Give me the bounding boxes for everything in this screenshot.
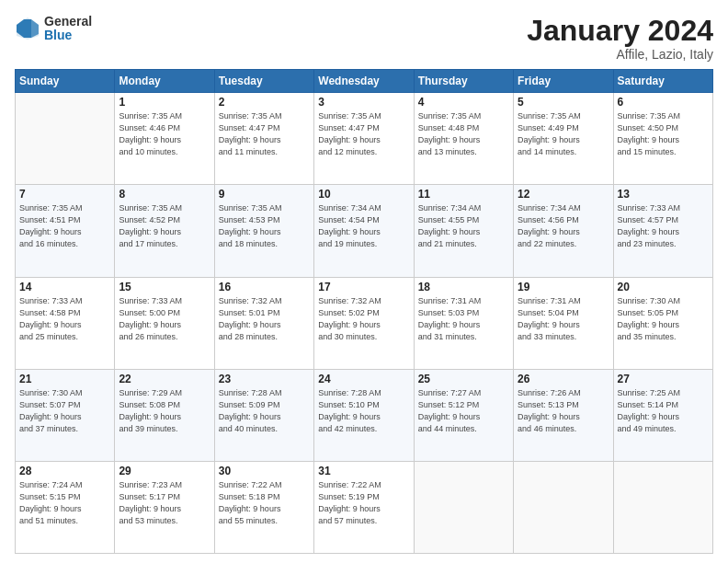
day-info: Sunrise: 7:33 AM Sunset: 5:00 PM Dayligh… [119,295,210,343]
calendar-cell: 28Sunrise: 7:24 AM Sunset: 5:15 PM Dayli… [16,461,115,553]
calendar-cell: 14Sunrise: 7:33 AM Sunset: 4:58 PM Dayli… [16,277,115,369]
logo-blue: Blue [44,29,92,42]
calendar-cell: 22Sunrise: 7:29 AM Sunset: 5:08 PM Dayli… [115,369,214,461]
day-info: Sunrise: 7:31 AM Sunset: 5:03 PM Dayligh… [418,295,509,343]
calendar-cell: 19Sunrise: 7:31 AM Sunset: 5:04 PM Dayli… [514,277,613,369]
calendar-cell: 16Sunrise: 7:32 AM Sunset: 5:01 PM Dayli… [214,277,313,369]
day-number: 1 [119,96,210,109]
day-number: 30 [219,465,310,477]
logo-general: General [44,15,92,29]
day-info: Sunrise: 7:23 AM Sunset: 5:17 PM Dayligh… [119,479,210,527]
day-info: Sunrise: 7:35 AM Sunset: 4:51 PM Dayligh… [19,202,110,250]
day-info: Sunrise: 7:35 AM Sunset: 4:49 PM Dayligh… [518,110,609,158]
day-info: Sunrise: 7:35 AM Sunset: 4:48 PM Dayligh… [418,110,509,158]
calendar-header-monday: Monday [115,70,214,93]
calendar-cell: 20Sunrise: 7:30 AM Sunset: 5:05 PM Dayli… [613,277,712,369]
calendar-week-row: 1Sunrise: 7:35 AM Sunset: 4:46 PM Daylig… [16,93,713,185]
day-number: 13 [618,188,709,201]
day-number: 17 [318,281,409,293]
calendar-cell: 27Sunrise: 7:25 AM Sunset: 5:14 PM Dayli… [613,369,712,461]
day-number: 9 [219,188,310,201]
calendar-cell: 2Sunrise: 7:35 AM Sunset: 4:47 PM Daylig… [214,93,313,185]
day-number: 14 [19,281,110,293]
day-info: Sunrise: 7:35 AM Sunset: 4:46 PM Dayligh… [119,110,210,158]
title-block: January 2024 Affile, Lazio, Italy [527,15,713,62]
day-info: Sunrise: 7:28 AM Sunset: 5:09 PM Dayligh… [219,387,310,435]
day-number: 10 [318,188,409,201]
title-month: January 2024 [527,15,713,47]
day-info: Sunrise: 7:34 AM Sunset: 4:55 PM Dayligh… [418,202,509,250]
day-number: 18 [418,281,509,293]
calendar-cell: 12Sunrise: 7:34 AM Sunset: 4:56 PM Dayli… [514,185,613,277]
title-location: Affile, Lazio, Italy [527,47,713,62]
day-number: 16 [219,281,310,293]
day-info: Sunrise: 7:30 AM Sunset: 5:05 PM Dayligh… [618,295,709,343]
day-info: Sunrise: 7:22 AM Sunset: 5:18 PM Dayligh… [219,479,310,527]
day-info: Sunrise: 7:29 AM Sunset: 5:08 PM Dayligh… [119,387,210,435]
day-number: 21 [19,373,110,385]
calendar-cell: 11Sunrise: 7:34 AM Sunset: 4:55 PM Dayli… [414,185,513,277]
calendar-week-row: 21Sunrise: 7:30 AM Sunset: 5:07 PM Dayli… [16,369,713,461]
logo-icon [15,16,40,41]
day-number: 11 [418,188,509,201]
day-number: 20 [618,281,709,293]
calendar-cell: 1Sunrise: 7:35 AM Sunset: 4:46 PM Daylig… [115,93,214,185]
day-number: 22 [119,373,210,385]
calendar-cell: 6Sunrise: 7:35 AM Sunset: 4:50 PM Daylig… [613,93,712,185]
day-number: 15 [119,281,210,293]
calendar-cell: 4Sunrise: 7:35 AM Sunset: 4:48 PM Daylig… [414,93,513,185]
calendar-cell: 5Sunrise: 7:35 AM Sunset: 4:49 PM Daylig… [514,93,613,185]
day-info: Sunrise: 7:33 AM Sunset: 4:58 PM Dayligh… [19,295,110,343]
day-info: Sunrise: 7:25 AM Sunset: 5:14 PM Dayligh… [618,387,709,435]
calendar-header-sunday: Sunday [16,70,115,93]
calendar-week-row: 7Sunrise: 7:35 AM Sunset: 4:51 PM Daylig… [16,185,713,277]
day-info: Sunrise: 7:31 AM Sunset: 5:04 PM Dayligh… [518,295,609,343]
day-number: 28 [19,465,110,477]
calendar-cell: 30Sunrise: 7:22 AM Sunset: 5:18 PM Dayli… [214,461,313,553]
calendar-cell: 24Sunrise: 7:28 AM Sunset: 5:10 PM Dayli… [314,369,414,461]
calendar-cell: 9Sunrise: 7:35 AM Sunset: 4:53 PM Daylig… [214,185,313,277]
day-info: Sunrise: 7:32 AM Sunset: 5:01 PM Dayligh… [219,295,310,343]
day-number: 2 [219,96,310,109]
calendar-cell [514,461,613,553]
day-number: 6 [618,96,709,109]
calendar-cell: 17Sunrise: 7:32 AM Sunset: 5:02 PM Dayli… [314,277,414,369]
day-info: Sunrise: 7:34 AM Sunset: 4:56 PM Dayligh… [518,202,609,250]
calendar-week-row: 14Sunrise: 7:33 AM Sunset: 4:58 PM Dayli… [16,277,713,369]
calendar-header-thursday: Thursday [414,70,513,93]
day-info: Sunrise: 7:28 AM Sunset: 5:10 PM Dayligh… [318,387,409,435]
calendar-week-row: 28Sunrise: 7:24 AM Sunset: 5:15 PM Dayli… [16,461,713,553]
day-number: 24 [318,373,409,385]
day-number: 7 [19,188,110,201]
calendar-cell: 21Sunrise: 7:30 AM Sunset: 5:07 PM Dayli… [16,369,115,461]
calendar-header-friday: Friday [514,70,613,93]
day-info: Sunrise: 7:35 AM Sunset: 4:47 PM Dayligh… [219,110,310,158]
calendar-cell: 23Sunrise: 7:28 AM Sunset: 5:09 PM Dayli… [214,369,313,461]
calendar-cell: 8Sunrise: 7:35 AM Sunset: 4:52 PM Daylig… [115,185,214,277]
day-info: Sunrise: 7:34 AM Sunset: 4:54 PM Dayligh… [318,202,409,250]
day-number: 8 [119,188,210,201]
day-info: Sunrise: 7:35 AM Sunset: 4:50 PM Dayligh… [618,110,709,158]
logo: General Blue [15,15,92,43]
day-info: Sunrise: 7:27 AM Sunset: 5:12 PM Dayligh… [418,387,509,435]
page: General Blue January 2024 Affile, Lazio,… [0,0,728,563]
logo-text: General Blue [44,15,92,43]
calendar-header-tuesday: Tuesday [214,70,313,93]
calendar-cell: 31Sunrise: 7:22 AM Sunset: 5:19 PM Dayli… [314,461,414,553]
day-number: 27 [618,373,709,385]
calendar-table: SundayMondayTuesdayWednesdayThursdayFrid… [15,69,713,554]
calendar-header-saturday: Saturday [613,70,712,93]
calendar-cell [414,461,513,553]
calendar-header-wednesday: Wednesday [314,70,414,93]
calendar-cell [613,461,712,553]
day-number: 5 [518,96,609,109]
day-number: 29 [119,465,210,477]
day-info: Sunrise: 7:22 AM Sunset: 5:19 PM Dayligh… [318,479,409,527]
day-info: Sunrise: 7:30 AM Sunset: 5:07 PM Dayligh… [19,387,110,435]
calendar-cell: 13Sunrise: 7:33 AM Sunset: 4:57 PM Dayli… [613,185,712,277]
calendar-cell: 10Sunrise: 7:34 AM Sunset: 4:54 PM Dayli… [314,185,414,277]
day-number: 19 [518,281,609,293]
day-number: 31 [318,465,409,477]
day-info: Sunrise: 7:33 AM Sunset: 4:57 PM Dayligh… [618,202,709,250]
calendar-cell [16,93,115,185]
